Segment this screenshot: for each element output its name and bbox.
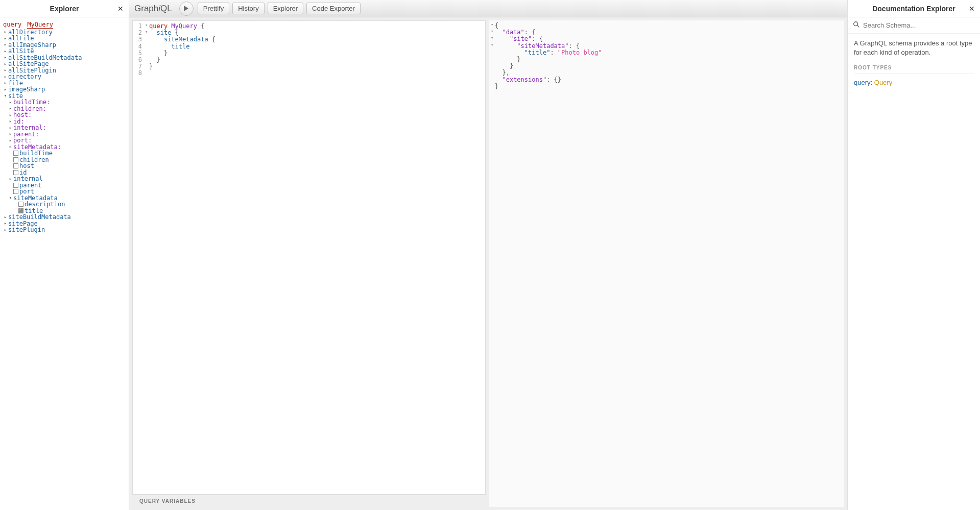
query-name[interactable]: MyQuery bbox=[27, 21, 53, 29]
chevron-down-icon[interactable]: ▾ bbox=[3, 93, 8, 98]
code-line[interactable]: ▾{ bbox=[491, 22, 844, 29]
tree-node-internal[interactable]: ▸internal: bbox=[3, 125, 126, 131]
code-line[interactable]: "title": "Photo blog" bbox=[491, 50, 844, 56]
code-line[interactable]: 6 } bbox=[133, 57, 485, 63]
chevron-right-icon[interactable]: ▸ bbox=[8, 132, 13, 136]
checkbox-description[interactable] bbox=[18, 202, 23, 207]
code-line[interactable]: "extensions": {} bbox=[491, 77, 844, 83]
chevron-right-icon[interactable]: ▸ bbox=[3, 215, 8, 220]
result-pane[interactable]: ▾{▾ "data": {▾ "site": {▾ "siteMetadata"… bbox=[489, 20, 844, 507]
checkbox-host[interactable] bbox=[13, 163, 18, 168]
search-input[interactable] bbox=[863, 19, 975, 31]
chevron-right-icon[interactable]: ▸ bbox=[8, 126, 13, 130]
line-number: 3 bbox=[133, 36, 145, 43]
query-variables-bar[interactable]: QUERY VARIABLES bbox=[132, 495, 486, 507]
chevron-right-icon[interactable]: ▸ bbox=[3, 49, 8, 54]
chevron-right-icon[interactable]: ▸ bbox=[8, 106, 13, 111]
tree-node-port[interactable]: port bbox=[3, 188, 126, 195]
chevron-right-icon[interactable]: ▸ bbox=[3, 81, 8, 85]
tree-node-host[interactable]: ▸host: bbox=[3, 112, 126, 118]
chevron-right-icon[interactable]: ▸ bbox=[8, 119, 13, 124]
code-line[interactable]: } bbox=[491, 63, 844, 69]
fold-icon bbox=[145, 57, 149, 63]
fold-icon bbox=[491, 56, 495, 63]
logo-text-b: QL bbox=[160, 4, 172, 13]
tree-label: host: bbox=[13, 112, 32, 118]
line-number: 5 bbox=[133, 50, 145, 57]
tree-node-internal[interactable]: ▸internal bbox=[3, 176, 126, 182]
fold-icon bbox=[491, 50, 495, 56]
code-line[interactable]: 7} bbox=[133, 63, 485, 70]
prettify-button[interactable]: Prettify bbox=[198, 3, 229, 14]
chevron-right-icon[interactable]: ▸ bbox=[3, 228, 8, 232]
fold-icon bbox=[491, 83, 495, 90]
code-content: "extensions": {} bbox=[495, 77, 561, 83]
tree-node-buildTime[interactable]: ▸buildTime: bbox=[3, 99, 126, 106]
code-line[interactable]: 8 bbox=[133, 70, 485, 77]
explorer-tree[interactable]: query MyQuery ▸allDirectory▸allFile▸allI… bbox=[0, 17, 129, 510]
fold-icon[interactable]: ▾ bbox=[491, 36, 495, 42]
checkbox-title[interactable] bbox=[18, 208, 23, 213]
checkbox-buildTime[interactable] bbox=[13, 151, 18, 156]
root-type-query[interactable]: query: Query bbox=[854, 78, 974, 87]
tree-label: allSite bbox=[8, 48, 34, 55]
code-line[interactable]: ▾ "data": { bbox=[491, 29, 844, 36]
tree-node-allSite[interactable]: ▸allSite bbox=[3, 48, 126, 55]
checkbox-id[interactable] bbox=[13, 170, 18, 175]
chevron-right-icon[interactable]: ▸ bbox=[8, 113, 13, 117]
code-line[interactable]: 4 title bbox=[133, 43, 485, 50]
tree-node-allSitePage[interactable]: ▸allSitePage bbox=[3, 61, 126, 67]
checkbox-port[interactable] bbox=[13, 189, 18, 194]
chevron-right-icon[interactable]: ▸ bbox=[3, 55, 8, 60]
chevron-right-icon[interactable]: ▸ bbox=[3, 30, 8, 34]
fold-icon[interactable]: ▾ bbox=[491, 43, 495, 50]
code-line[interactable]: 5 } bbox=[133, 50, 485, 57]
tree-node-allFile[interactable]: ▸allFile bbox=[3, 35, 126, 42]
chevron-right-icon[interactable]: ▸ bbox=[8, 144, 13, 149]
tree-node-imageSharp[interactable]: ▸imageSharp bbox=[3, 86, 126, 93]
explorer-button[interactable]: Explorer bbox=[268, 3, 303, 14]
fold-icon bbox=[145, 43, 149, 50]
code-line[interactable]: 1▾query MyQuery { bbox=[133, 23, 485, 30]
explorer-query-line[interactable]: query MyQuery bbox=[3, 21, 126, 28]
chevron-right-icon[interactable]: ▸ bbox=[3, 42, 8, 47]
fold-icon bbox=[145, 36, 149, 43]
docs-section-title: ROOT TYPES bbox=[854, 64, 974, 74]
checkbox-parent[interactable] bbox=[13, 183, 18, 188]
docs-search[interactable] bbox=[848, 17, 980, 34]
chevron-right-icon[interactable]: ▸ bbox=[3, 87, 8, 92]
fold-icon[interactable]: ▾ bbox=[145, 30, 149, 36]
play-button[interactable] bbox=[179, 2, 194, 16]
tree-node-directory[interactable]: ▸directory bbox=[3, 74, 126, 80]
code-exporter-button[interactable]: Code Exporter bbox=[306, 3, 361, 14]
tree-node-siteBuildMetadata[interactable]: ▸siteBuildMetadata bbox=[3, 214, 126, 221]
close-icon[interactable]: ✕ bbox=[969, 5, 975, 13]
fold-icon bbox=[491, 77, 495, 83]
chevron-right-icon[interactable]: ▸ bbox=[3, 62, 8, 66]
tree-node-host[interactable]: host bbox=[3, 163, 126, 169]
tree-node-port[interactable]: ▸port: bbox=[3, 137, 126, 144]
chevron-right-icon[interactable]: ▸ bbox=[8, 177, 13, 181]
tree-node-description[interactable]: description bbox=[3, 201, 126, 208]
chevron-right-icon[interactable]: ▸ bbox=[8, 138, 13, 143]
chevron-right-icon[interactable]: ▸ bbox=[3, 75, 8, 79]
query-editor[interactable]: 1▾query MyQuery {2▾ site {3 siteMetadata… bbox=[132, 20, 486, 495]
tree-label: imageSharp bbox=[8, 86, 45, 93]
root-type-link[interactable]: Query bbox=[874, 79, 892, 86]
chevron-right-icon[interactable]: ▸ bbox=[3, 221, 8, 226]
line-number: 4 bbox=[133, 43, 145, 50]
chevron-down-icon[interactable]: ▾ bbox=[8, 196, 13, 200]
chevron-right-icon[interactable]: ▸ bbox=[8, 100, 13, 105]
chevron-right-icon[interactable]: ▸ bbox=[3, 36, 8, 41]
code-line[interactable]: } bbox=[491, 56, 844, 63]
checkbox-children[interactable] bbox=[13, 157, 18, 162]
play-icon bbox=[183, 6, 189, 11]
history-button[interactable]: History bbox=[232, 3, 264, 14]
tree-node-sitePlugin[interactable]: ▸sitePlugin bbox=[3, 227, 126, 233]
chevron-right-icon[interactable]: ▸ bbox=[3, 68, 8, 72]
tree-label: internal bbox=[13, 176, 43, 182]
close-icon[interactable]: ✕ bbox=[117, 5, 124, 13]
code-line[interactable]: } bbox=[491, 83, 844, 90]
tree-node-buildTime[interactable]: buildTime bbox=[3, 150, 126, 157]
fold-icon bbox=[145, 70, 149, 77]
